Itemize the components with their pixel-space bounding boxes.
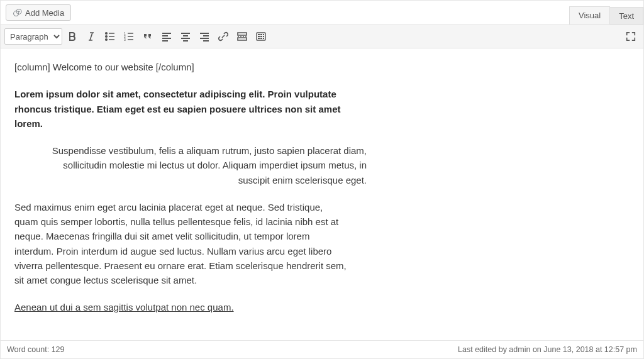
italic-button[interactable] xyxy=(82,28,100,45)
word-count: Word count: 129 xyxy=(7,345,65,354)
distraction-free-button[interactable] xyxy=(622,28,640,45)
topbar: Add Media Visual Text xyxy=(1,1,643,25)
svg-point-4 xyxy=(106,39,108,41)
add-media-label: Add Media xyxy=(25,8,64,18)
status-bar: Word count: 129 Last edited by admin on … xyxy=(1,340,643,358)
editor-toolbar: Paragraph 123 xyxy=(1,25,643,48)
svg-rect-17 xyxy=(263,38,264,39)
media-icon xyxy=(13,8,23,18)
svg-text:3: 3 xyxy=(124,38,126,41)
editor-container: Add Media Visual Text Paragraph 123 xyxy=(0,0,644,359)
link-button[interactable] xyxy=(214,28,232,45)
blockquote-button[interactable] xyxy=(139,28,157,45)
format-select[interactable]: Paragraph xyxy=(4,28,62,45)
toolbar-toggle-button[interactable] xyxy=(252,28,270,45)
add-media-button[interactable]: Add Media xyxy=(6,4,71,21)
svg-rect-9 xyxy=(258,34,260,35)
svg-rect-13 xyxy=(260,36,262,37)
bulleted-list-button[interactable] xyxy=(101,28,119,45)
editor-tabs: Visual Text xyxy=(570,4,643,25)
svg-point-2 xyxy=(106,33,108,35)
align-right-button[interactable] xyxy=(196,28,213,45)
bold-button[interactable] xyxy=(64,28,81,45)
tab-text[interactable]: Text xyxy=(609,7,643,25)
svg-rect-11 xyxy=(263,34,264,35)
content-link[interactable]: Aenean ut dui a sem sagittis volutpat no… xyxy=(14,302,234,312)
numbered-list-button[interactable]: 123 xyxy=(120,28,138,45)
content-paragraph-bold: Lorem ipsum dolor sit amet, consectetur … xyxy=(14,87,348,131)
svg-rect-14 xyxy=(263,36,264,37)
editor-content[interactable]: [column] Welcome to our website [/column… xyxy=(1,48,643,340)
svg-rect-12 xyxy=(258,36,260,37)
align-center-button[interactable] xyxy=(177,28,194,45)
svg-rect-15 xyxy=(258,38,260,39)
svg-point-3 xyxy=(106,36,108,38)
content-paragraph-shortcode: [column] Welcome to our website [/column… xyxy=(14,60,348,74)
last-edited: Last edited by admin on June 13, 2018 at… xyxy=(458,345,637,354)
read-more-button[interactable] xyxy=(233,28,251,45)
tab-visual[interactable]: Visual xyxy=(569,6,610,25)
content-paragraph-quote: Suspendisse vestibulum, felis a aliquam … xyxy=(14,143,367,187)
svg-rect-10 xyxy=(260,34,262,35)
content-paragraph-body: Sed maximus enim eget arcu lacinia place… xyxy=(14,200,348,288)
align-left-button[interactable] xyxy=(158,28,175,45)
svg-rect-16 xyxy=(260,38,262,39)
